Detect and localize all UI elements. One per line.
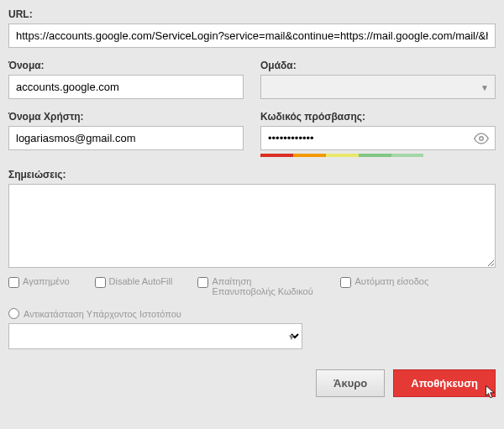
group-select[interactable] [260,75,496,99]
replace-existing-radio[interactable] [8,308,19,319]
save-button[interactable]: Αποθήκευση [393,369,496,397]
require-reprompt-label: Απαίτηση Επανυποβολής Κωδικού [212,276,315,296]
autologin-checkbox[interactable] [340,277,351,288]
name-label: Όνομα: [8,60,244,71]
notes-label: Σημειώσεις: [8,169,496,180]
name-input[interactable] [8,75,244,99]
save-button-label: Αποθήκευση [411,377,478,390]
password-strength-bar [260,154,496,157]
password-input[interactable] [260,126,496,150]
url-label: URL: [8,8,496,20]
cancel-button[interactable]: Άκυρο [316,369,385,397]
cursor-icon [485,385,497,400]
disable-autofill-checkbox[interactable] [95,277,106,288]
existing-site-select[interactable] [8,323,302,349]
favorite-checkbox[interactable] [8,277,19,288]
autologin-label: Αυτόματη είσοδος [354,276,428,286]
eye-icon[interactable] [474,131,489,146]
replace-existing-label: Αντικατάσταση Υπάρχοντος Ιστοτόπου [24,309,181,319]
disable-autofill-label: Disable AutoFill [109,276,173,286]
url-input[interactable] [8,24,496,48]
svg-point-0 [480,136,484,140]
favorite-label: Αγαπημένο [23,276,70,286]
password-label: Κωδικός πρόσβασης: [260,111,496,123]
username-label: Όνομα Χρήστη: [8,111,244,123]
require-reprompt-checkbox[interactable] [197,277,208,288]
notes-textarea[interactable] [8,184,496,268]
group-label: Ομάδα: [260,60,496,71]
username-input[interactable] [8,126,244,150]
